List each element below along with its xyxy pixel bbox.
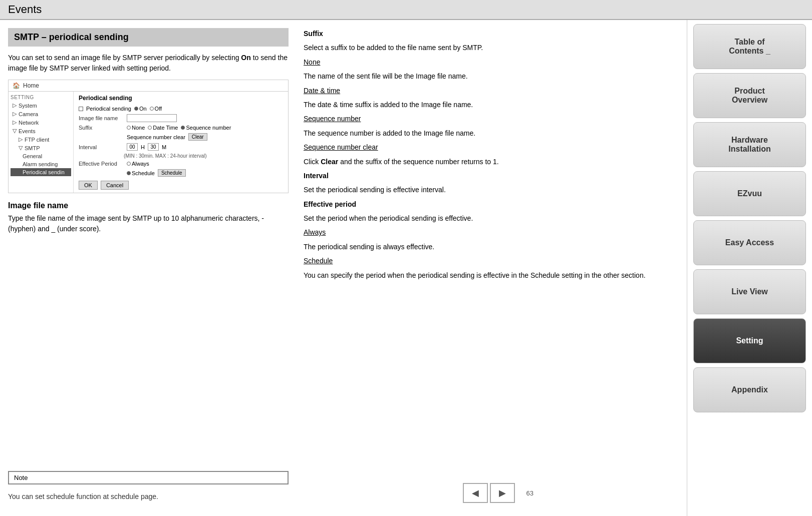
right-column: Suffix Select a suffix to be added to th… xyxy=(299,28,679,508)
on-radio[interactable]: On xyxy=(134,106,147,112)
schedule-button[interactable]: Schedule xyxy=(158,169,186,177)
arrow-icon: ▷ xyxy=(13,119,17,126)
arrow-icon: ▽ xyxy=(19,145,23,151)
schedule-radio[interactable]: Schedule xyxy=(127,170,155,176)
seq-clear-title: Sequence number clear xyxy=(304,142,674,153)
sidebar-system[interactable]: ▷ System xyxy=(11,101,71,110)
sidebar-network[interactable]: ▷ Network xyxy=(11,118,71,127)
schedule-text: You can specify the period when the peri… xyxy=(304,270,674,281)
schedule-row: Schedule Schedule xyxy=(79,169,283,177)
none-text: The name of the sent file will be the Im… xyxy=(304,71,674,82)
always-radio[interactable]: Always xyxy=(127,161,149,167)
effective-text: Set the period when the periodical sendi… xyxy=(304,213,674,224)
off-radio[interactable]: Off xyxy=(150,106,162,112)
image-file-label: Image file name xyxy=(79,115,124,121)
interval-h-input[interactable] xyxy=(127,143,138,151)
image-file-section-title: Image file name xyxy=(8,201,289,210)
seqnum-radio-dot xyxy=(181,126,185,130)
always-title: Always xyxy=(304,227,674,238)
sidebar-periodical-sending[interactable]: Periodical sendin xyxy=(11,168,71,176)
setting-label: SETTING xyxy=(11,95,71,100)
bottom-navigation: ◀ ▶ 63 xyxy=(304,478,674,508)
always-text: The periodical sending is always effecti… xyxy=(304,241,674,252)
page-header: Events xyxy=(0,0,812,20)
ui-sidebar: SETTING ▷ System ▷ Camera ▷ Network xyxy=(9,92,74,193)
periodic-checkbox[interactable] xyxy=(79,107,83,111)
arrow-icon: ▷ xyxy=(13,102,17,109)
nav-setting[interactable]: Setting xyxy=(693,318,806,363)
prev-button[interactable]: ◀ xyxy=(463,483,488,503)
ui-sidebar-settings: SETTING ▷ System ▷ Camera ▷ Network xyxy=(9,92,288,193)
page-number: 63 xyxy=(526,489,533,497)
cancel-button[interactable]: Cancel xyxy=(101,181,129,190)
nav-easy-access[interactable]: Easy Access xyxy=(693,220,806,265)
arrow-icon: ▽ xyxy=(13,128,17,134)
date-time-title: Date & time xyxy=(304,85,674,96)
main-layout: SMTP – periodical sending You can set to… xyxy=(0,20,812,516)
sidebar-camera[interactable]: ▷ Camera xyxy=(11,110,71,118)
date-time-text: The date & time suffix is added to the I… xyxy=(304,99,674,110)
seq-clear-row: Sequence number clear Clear xyxy=(79,133,283,141)
on-radio-dot xyxy=(134,107,138,111)
sidebar-smtp[interactable]: ▽ SMTP xyxy=(11,144,71,152)
always-radio-dot xyxy=(127,162,131,166)
sidebar-ftp-client[interactable]: ▷ FTP client xyxy=(11,135,71,144)
sidebar-general[interactable]: General xyxy=(11,152,71,160)
arrow-icon: ▷ xyxy=(13,111,17,117)
interval-title: Interval xyxy=(304,170,674,181)
effective-label: Effective Period xyxy=(79,161,124,167)
seqnum-radio[interactable]: Sequence number xyxy=(181,125,231,131)
schedule-title: Schedule xyxy=(304,255,674,266)
nav-hardware-installation[interactable]: Hardware Installation xyxy=(693,122,806,167)
seq-num-text: The sequence number is added to the Imag… xyxy=(304,128,674,139)
image-file-section-text: Type the file name of the image sent by … xyxy=(8,213,289,234)
form-btn-row: OK Cancel xyxy=(79,181,283,190)
sidebar-alarm-sending[interactable]: Alarm sending xyxy=(11,160,71,168)
image-file-input[interactable] xyxy=(127,114,177,122)
none-radio-dot xyxy=(127,126,131,130)
suffix-label: Suffix xyxy=(79,125,124,131)
schedule-radio-dot xyxy=(127,171,131,175)
ui-home-bar: 🏠 Home xyxy=(9,80,288,92)
next-button[interactable]: ▶ xyxy=(490,483,515,503)
note-text: You can set schedule function at schedul… xyxy=(8,491,289,502)
clear-button[interactable]: Clear xyxy=(188,133,207,141)
datetime-radio-dot xyxy=(148,126,152,130)
interval-row: Interval H M xyxy=(79,143,283,151)
suffix-text: Select a suffix to be added to the file … xyxy=(304,42,674,53)
left-column: SMTP – periodical sending You can set to… xyxy=(8,28,289,508)
nav-ezvuu[interactable]: EZvuu xyxy=(693,171,806,216)
interval-text: Set the periodical sending is effective … xyxy=(304,184,674,195)
seq-clear-label: Sequence number clear xyxy=(127,134,185,140)
datetime-radio[interactable]: Date Time xyxy=(148,125,178,131)
intro-text: You can set to send an image file by SMT… xyxy=(8,53,289,74)
suffix-title: Suffix xyxy=(304,28,674,39)
off-radio-dot xyxy=(150,107,154,111)
ok-button[interactable]: OK xyxy=(79,181,98,190)
content-area: SMTP – periodical sending You can set to… xyxy=(0,20,687,516)
ui-screenshot-panel: 🏠 Home SETTING ▷ System ▷ Camera xyxy=(8,80,289,193)
form-title: Periodical sending xyxy=(79,95,283,102)
image-file-name-row: Image file name xyxy=(79,114,283,122)
interval-note: (MIN : 30min. MAX : 24-hour interval) xyxy=(124,153,283,159)
nav-product-overview[interactable]: Product Overview xyxy=(693,73,806,118)
effective-period-row: Effective Period Always xyxy=(79,161,283,167)
none-radio[interactable]: None xyxy=(127,125,145,131)
page-title: Events xyxy=(8,3,42,16)
seq-num-title: Sequence number xyxy=(304,113,674,124)
periodic-label: Periodical sending xyxy=(86,106,131,112)
effective-title: Effective period xyxy=(304,199,674,210)
arrow-icon: ▷ xyxy=(19,136,23,143)
nav-sidebar: Table of Contents _ Product Overview Har… xyxy=(687,20,812,516)
nav-live-view[interactable]: Live View xyxy=(693,269,806,314)
interval-label: Interval xyxy=(79,144,124,150)
none-title: None xyxy=(304,57,674,68)
nav-appendix[interactable]: Appendix xyxy=(693,367,806,412)
periodic-sending-row: Periodical sending On Off xyxy=(79,106,283,112)
section-title: SMTP – periodical sending xyxy=(8,28,289,47)
interval-m-input[interactable] xyxy=(148,143,159,151)
seq-clear-text: Click Clear and the suffix of the sequen… xyxy=(304,156,674,167)
nav-table-of-contents[interactable]: Table of Contents _ xyxy=(693,24,806,69)
m-unit: M xyxy=(162,144,166,150)
sidebar-events[interactable]: ▽ Events xyxy=(11,127,71,135)
